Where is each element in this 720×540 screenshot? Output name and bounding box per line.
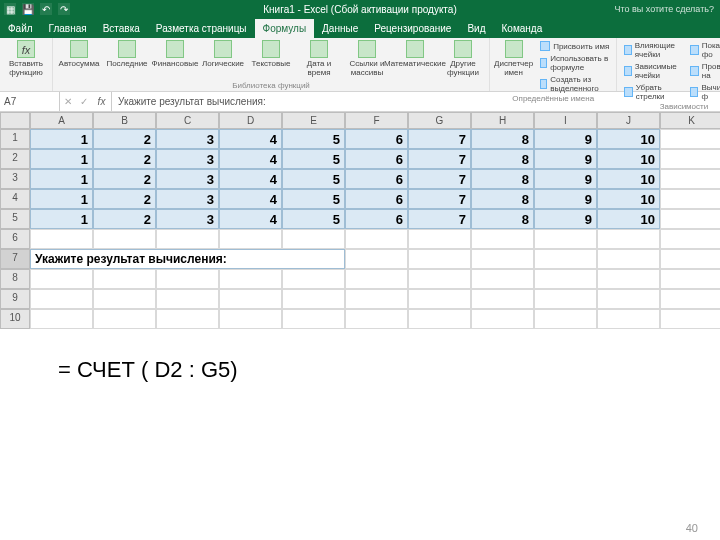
cell[interactable]: [408, 309, 471, 329]
cell[interactable]: [408, 229, 471, 249]
cell[interactable]: 9: [534, 129, 597, 149]
cell[interactable]: 5: [282, 189, 345, 209]
fx-button[interactable]: fx: [92, 92, 112, 111]
cell[interactable]: [660, 229, 720, 249]
cell[interactable]: [534, 289, 597, 309]
row-header-4[interactable]: 4: [0, 189, 30, 209]
save-icon[interactable]: 💾: [22, 3, 34, 15]
cell[interactable]: 10: [597, 169, 660, 189]
cell[interactable]: [597, 269, 660, 289]
ribbon-item[interactable]: Создать из выделенного: [537, 74, 612, 94]
cancel-icon[interactable]: ✕: [60, 96, 76, 107]
cell[interactable]: 1: [30, 149, 93, 169]
name-manager-button[interactable]: Диспетчер имен: [494, 40, 533, 78]
cell[interactable]: 5: [282, 129, 345, 149]
cell[interactable]: 8: [471, 169, 534, 189]
cell[interactable]: [471, 289, 534, 309]
cell[interactable]: [219, 289, 282, 309]
cell[interactable]: 8: [471, 189, 534, 209]
cell[interactable]: [345, 249, 408, 269]
col-header-E[interactable]: E: [282, 112, 345, 129]
cell[interactable]: 6: [345, 189, 408, 209]
cell[interactable]: 4: [219, 169, 282, 189]
cell[interactable]: [156, 309, 219, 329]
cell[interactable]: [156, 229, 219, 249]
cell[interactable]: 3: [156, 149, 219, 169]
cell[interactable]: [282, 229, 345, 249]
cell[interactable]: 8: [471, 149, 534, 169]
cell[interactable]: 3: [156, 169, 219, 189]
ribbon-btn[interactable]: Ссылки и массивы: [345, 40, 389, 78]
ribbon-btn[interactable]: Логические: [201, 40, 245, 69]
cell[interactable]: [597, 309, 660, 329]
ribbon-btn[interactable]: Дата и время: [297, 40, 341, 78]
cell[interactable]: [660, 309, 720, 329]
cell[interactable]: [93, 309, 156, 329]
cell[interactable]: [408, 269, 471, 289]
cell[interactable]: 9: [534, 169, 597, 189]
cell[interactable]: [30, 309, 93, 329]
cell[interactable]: 4: [219, 149, 282, 169]
cell[interactable]: 9: [534, 149, 597, 169]
cell[interactable]: 2: [93, 209, 156, 229]
cell[interactable]: [345, 289, 408, 309]
cell[interactable]: [408, 289, 471, 309]
cell[interactable]: [156, 269, 219, 289]
ribbon-btn[interactable]: Автосумма: [57, 40, 101, 69]
cell[interactable]: [282, 289, 345, 309]
cell[interactable]: 7: [408, 129, 471, 149]
tab-команда[interactable]: Команда: [494, 19, 551, 38]
row-header-5[interactable]: 5: [0, 209, 30, 229]
cell[interactable]: 10: [597, 209, 660, 229]
cell[interactable]: 7: [408, 189, 471, 209]
ribbon-item[interactable]: Использовать в формуле: [537, 53, 612, 73]
cell[interactable]: [219, 269, 282, 289]
cell[interactable]: [282, 309, 345, 329]
tab-данные[interactable]: Данные: [314, 19, 366, 38]
cell[interactable]: 5: [282, 169, 345, 189]
tab-формулы[interactable]: Формулы: [255, 19, 315, 38]
cell[interactable]: 1: [30, 209, 93, 229]
cell[interactable]: 1: [30, 189, 93, 209]
col-header-K[interactable]: K: [660, 112, 720, 129]
cell[interactable]: 3: [156, 189, 219, 209]
select-all-corner[interactable]: [0, 112, 30, 129]
cell[interactable]: 9: [534, 189, 597, 209]
cell[interactable]: [93, 269, 156, 289]
row-header-8[interactable]: 8: [0, 269, 30, 289]
cell[interactable]: 2: [93, 149, 156, 169]
cell[interactable]: [597, 289, 660, 309]
col-header-A[interactable]: A: [30, 112, 93, 129]
col-header-J[interactable]: J: [597, 112, 660, 129]
formula-input[interactable]: Укажите результат вычисления:: [112, 96, 720, 107]
cell[interactable]: [534, 269, 597, 289]
col-header-I[interactable]: I: [534, 112, 597, 129]
cell[interactable]: [30, 269, 93, 289]
cell[interactable]: [345, 309, 408, 329]
spreadsheet-grid[interactable]: ABCDEFGHIJK11234567891021234567891031234…: [0, 112, 720, 329]
ribbon-btn[interactable]: Математические: [393, 40, 437, 69]
ribbon-item[interactable]: Зависимые ячейки: [621, 61, 682, 81]
cell[interactable]: 2: [93, 189, 156, 209]
col-header-H[interactable]: H: [471, 112, 534, 129]
cell[interactable]: 8: [471, 129, 534, 149]
tab-вставка[interactable]: Вставка: [95, 19, 148, 38]
cell[interactable]: 4: [219, 129, 282, 149]
col-header-C[interactable]: C: [156, 112, 219, 129]
row-header-10[interactable]: 10: [0, 309, 30, 329]
cell[interactable]: [219, 309, 282, 329]
cell[interactable]: [471, 249, 534, 269]
cell[interactable]: [30, 289, 93, 309]
redo-icon[interactable]: ↷: [58, 3, 70, 15]
tell-me[interactable]: Что вы хотите сделать?: [615, 4, 715, 14]
undo-icon[interactable]: ↶: [40, 3, 52, 15]
cell[interactable]: 1: [30, 169, 93, 189]
cell[interactable]: 10: [597, 129, 660, 149]
tab-рецензирование[interactable]: Рецензирование: [366, 19, 459, 38]
cell[interactable]: [597, 229, 660, 249]
cell[interactable]: 6: [345, 129, 408, 149]
cell[interactable]: [93, 229, 156, 249]
col-header-D[interactable]: D: [219, 112, 282, 129]
ribbon-item[interactable]: Проверка на: [687, 61, 720, 81]
cell[interactable]: [219, 229, 282, 249]
